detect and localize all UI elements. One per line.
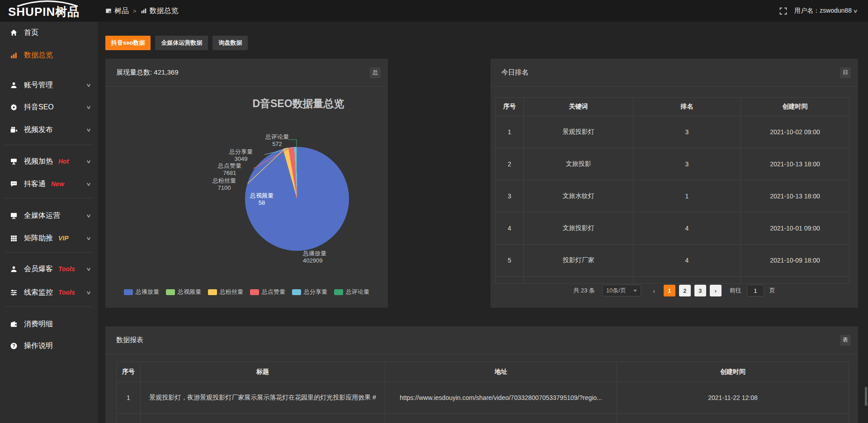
tab-1[interactable]: 全媒体运营数据: [155, 36, 208, 50]
sidebar-item-chat[interactable]: 抖客通New∨: [0, 173, 98, 195]
sliders-icon: [10, 289, 18, 296]
topbar: SHUPIN树品 树品 > 数据总览 用户名：zswodun88 ∨: [0, 0, 868, 22]
pie-label-value: 402909: [303, 257, 348, 264]
ranking-mode-button[interactable]: 日: [840, 67, 851, 78]
page-scrollbar-thumb[interactable]: [865, 387, 867, 406]
sidebar-item-video[interactable]: 视频发布∨: [0, 119, 98, 141]
pie-label-value: 572: [255, 141, 300, 148]
sidebar-item-grid[interactable]: 矩阵助推VIP∨: [0, 227, 98, 249]
sidebar-item-label: 视频加热: [24, 157, 53, 166]
table-cell: 文旅投影: [524, 148, 633, 180]
table-cell: 投影灯厂家: [524, 244, 633, 277]
chevron-left-icon: ‹: [653, 287, 655, 295]
legend-label: 总评论量: [346, 288, 369, 296]
chevron-right-icon: ›: [715, 287, 717, 294]
chevron-down-icon: ∨: [86, 82, 91, 88]
table-row: 2文旅投影32021-10-13 18:00: [495, 148, 849, 180]
table-cell: 1: [117, 382, 141, 414]
overview-mode-button[interactable]: 总: [370, 67, 381, 78]
chevron-down-icon: ∨: [86, 290, 91, 296]
legend-item[interactable]: 总分享量: [292, 288, 327, 296]
sidebar-item-user[interactable]: 账号管理∨: [0, 74, 98, 96]
table-cell: 3: [633, 116, 741, 148]
legend-item[interactable]: 总粉丝量: [208, 288, 243, 296]
sidebar-item-heater[interactable]: 视频加热Hot∨: [0, 150, 98, 172]
chevron-down-icon: ∨: [86, 181, 91, 187]
svg-text:?: ?: [12, 343, 15, 348]
sidebar-item-sliders[interactable]: 线索监控Tools∨: [0, 282, 98, 303]
column-header: 标题: [141, 362, 385, 382]
pie-label-plays: 总播放量402909: [303, 250, 348, 264]
pie-label-name: 总视频量: [250, 192, 274, 199]
report-mode-button[interactable]: 表: [840, 335, 851, 346]
report-title-cell: 景观投影灯，夜游景观投影灯厂家展示展示落花灯在花园里的灯光投影应用效果 #: [141, 382, 385, 414]
sidebar-divider: [5, 252, 93, 253]
sidebar-item-label: 抖音SEO: [24, 103, 54, 112]
sidebar-item-label: 矩阵助推: [24, 234, 53, 243]
page-button-1[interactable]: 1: [664, 285, 675, 296]
ranking-card-header: 今日排名 日: [491, 59, 858, 87]
pie-label-value: 7100: [202, 184, 247, 192]
prev-page-button[interactable]: ‹: [648, 285, 660, 296]
chat-icon: [10, 180, 18, 188]
sidebar-item-home[interactable]: 首页: [0, 22, 98, 43]
table-row: 1景观投影灯，夜游景观投影灯厂家展示展示落花灯在花园里的灯光投影应用效果 #ht…: [117, 382, 849, 414]
chevron-down-icon: ∨: [86, 127, 91, 133]
sidebar-item-question[interactable]: ?操作说明: [0, 335, 98, 357]
table-cell: 2021-10-09 18:00: [741, 244, 849, 277]
legend-label: 总视频量: [178, 288, 201, 296]
breadcrumb-label: 数据总览: [150, 6, 179, 16]
sidebar-item-gear[interactable]: 抖音SEO∨: [0, 96, 98, 118]
legend-swatch: [334, 289, 343, 295]
fullscreen-icon[interactable]: [779, 7, 787, 15]
tab-0[interactable]: 抖音seo数据: [105, 36, 151, 50]
page-size-select[interactable]: 10条/页: [602, 285, 641, 296]
grid-icon: [10, 235, 18, 242]
sidebar-item-member[interactable]: 会员爆客Tools∨: [0, 258, 98, 280]
goto-page-input[interactable]: [747, 285, 764, 296]
sidebar-item-label: 消费明细: [24, 320, 53, 329]
legend-item[interactable]: 总播放量: [124, 288, 159, 296]
report-card-header: 数据报表 表: [105, 326, 858, 354]
legend-item[interactable]: 总点赞量: [250, 288, 285, 296]
sidebar-item-monitor[interactable]: 全媒体运营∨: [0, 205, 98, 226]
legend-label: 总分享量: [304, 288, 327, 296]
table-row: 4文旅投影灯42021-10-01 09:00: [495, 212, 849, 244]
breadcrumb-item-home[interactable]: 树品: [105, 6, 129, 16]
legend-item[interactable]: 总评论量: [334, 288, 369, 296]
legend-swatch: [208, 289, 217, 295]
table-row: [495, 277, 849, 284]
sidebar-item-label: 首页: [24, 28, 38, 38]
sidebar-divider: [5, 145, 93, 145]
sidebar-item-label: 全媒体运营: [24, 211, 60, 221]
chart-legend: 总播放量总视频量总粉丝量总点赞量总分享量总评论量: [105, 288, 388, 296]
tab-2[interactable]: 询盘数据: [212, 36, 248, 50]
sidebar-divider: [5, 306, 93, 307]
overview-total-label: 展现量总数: 421,369: [116, 68, 179, 77]
legend-item[interactable]: 总视频量: [166, 288, 201, 296]
pagination: 共 23 条 10条/页 ‹ 123 › 前往 页: [491, 284, 858, 297]
page-button-2[interactable]: 2: [679, 285, 691, 296]
column-header: 地址: [385, 362, 617, 382]
breadcrumb-item-current[interactable]: 数据总览: [141, 6, 179, 16]
table-cell: 文旅投影灯: [524, 212, 633, 244]
sidebar-item-wallet[interactable]: 消费明细: [0, 313, 98, 335]
user-icon: [10, 81, 18, 89]
report-url-link[interactable]: https://www.iesdouyin.com/share/video/70…: [385, 382, 617, 414]
user-menu[interactable]: 用户名：zswodun88 ∨: [794, 7, 857, 15]
page-button-3[interactable]: 3: [694, 285, 706, 296]
pie-label-name: 总播放量: [303, 250, 326, 257]
pie-label-value: 58: [239, 199, 284, 207]
sidebar-item-chart[interactable]: 数据总览: [0, 44, 98, 66]
table-cell: 2: [495, 148, 524, 180]
column-header: 创建时间: [741, 98, 849, 116]
pie-label-name: 总点赞量: [218, 162, 241, 169]
table-cell: 2021-10-13 18:00: [741, 148, 849, 180]
table-cell: 4: [633, 212, 741, 244]
home-icon: [10, 29, 18, 37]
next-page-button[interactable]: ›: [710, 285, 722, 296]
pie-label-comments: 总评论量572: [255, 133, 300, 148]
sidebar-divider: [5, 198, 93, 198]
sidebar-badge: New: [51, 180, 64, 188]
pie-label-value: 3049: [218, 155, 264, 163]
